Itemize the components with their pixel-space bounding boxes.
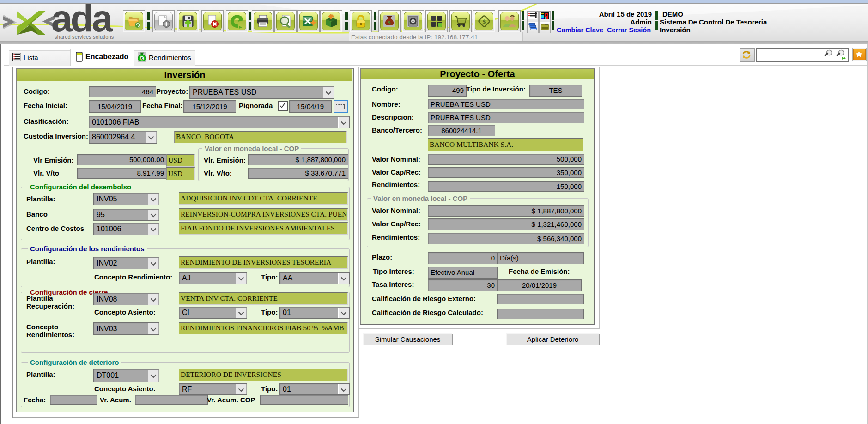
svg-text:$: $	[140, 56, 143, 61]
svg-text:$: $	[483, 18, 486, 25]
svg-text:$: $	[388, 20, 391, 25]
